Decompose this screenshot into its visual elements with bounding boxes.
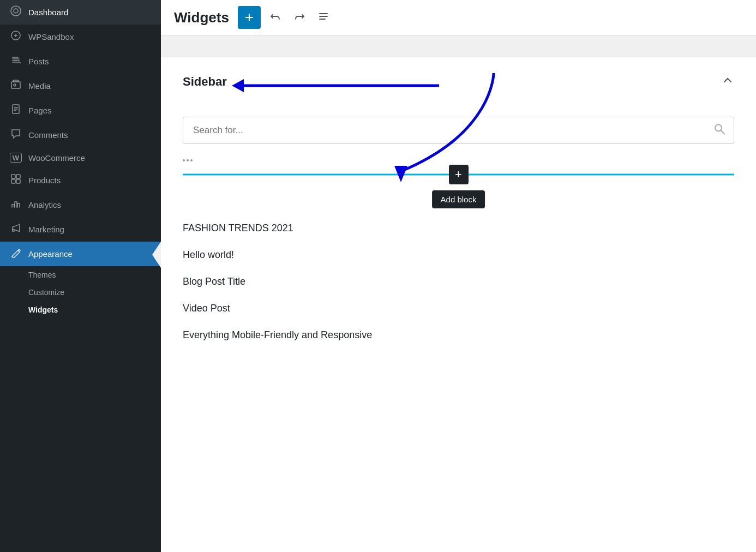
- search-icon: [713, 123, 725, 138]
- sidebar-item-label-marketing: Marketing: [28, 225, 64, 234]
- sidebar-sub-label-widgets: Widgets: [28, 305, 58, 314]
- menu-button[interactable]: [314, 8, 333, 27]
- sidebar-item-posts[interactable]: Posts: [0, 49, 161, 74]
- redo-button[interactable]: [290, 8, 309, 27]
- sidebar-item-appearance[interactable]: Appearance: [0, 242, 161, 266]
- post-item-4: Everything Mobile-Friendly and Responsiv…: [183, 322, 734, 349]
- undo-button[interactable]: [266, 8, 285, 27]
- post-item-2: Blog Post Title: [183, 268, 734, 295]
- sidebar-item-pages[interactable]: Pages: [0, 98, 161, 123]
- svg-rect-4: [13, 80, 19, 82]
- svg-point-0: [11, 6, 21, 16]
- sidebar-item-label-wpsandbox: WPSandbox: [28, 32, 74, 41]
- main-content: Widgets + Sidebar: [161, 0, 756, 552]
- sidebar-sub-item-customize[interactable]: Customize: [0, 284, 161, 301]
- add-block-row: + Add block: [183, 165, 734, 184]
- sidebar-item-dashboard[interactable]: Dashboard: [0, 0, 161, 25]
- chevron-up-icon[interactable]: [721, 74, 734, 89]
- posts-icon: [10, 55, 22, 68]
- sidebar-item-label-dashboard: Dashboard: [28, 8, 68, 17]
- drag-handle: [183, 159, 193, 161]
- sidebar-section-header: Sidebar: [183, 74, 734, 89]
- svg-point-13: [715, 125, 722, 131]
- add-block-section: + Add block: [183, 155, 734, 199]
- post-item-3: Video Post: [183, 295, 734, 322]
- sidebar-item-products[interactable]: Products: [0, 168, 161, 193]
- plus-icon-add-block: +: [455, 169, 462, 181]
- svg-point-5: [14, 84, 16, 86]
- dot: [187, 159, 189, 161]
- pages-icon: [10, 104, 22, 117]
- top-toolbar: Widgets +: [161, 0, 756, 35]
- dot: [183, 159, 185, 161]
- sidebar-item-label-appearance: Appearance: [28, 249, 73, 259]
- add-block-toolbar-button[interactable]: +: [238, 6, 261, 29]
- post-list: FASHION TRENDS 2021 Hello world! Blog Po…: [183, 215, 734, 349]
- sidebar: Dashboard WPSandbox Posts: [0, 0, 161, 552]
- sidebar-item-analytics[interactable]: Analytics: [0, 193, 161, 217]
- plus-icon: +: [245, 10, 254, 25]
- appearance-icon: [10, 247, 22, 261]
- gray-bar: [161, 35, 756, 57]
- svg-rect-9: [11, 179, 15, 183]
- sidebar-item-comments[interactable]: Comments: [0, 123, 161, 147]
- search-box-wrapper: [183, 117, 734, 144]
- sidebar-item-label-analytics: Analytics: [28, 200, 61, 209]
- sidebar-item-label-woocommerce: WooCommerce: [28, 153, 85, 163]
- dashboard-icon: [10, 5, 22, 19]
- svg-rect-7: [11, 175, 15, 178]
- sidebar-item-label-media: Media: [28, 81, 51, 91]
- page-title: Widgets: [174, 9, 229, 26]
- products-icon: [10, 173, 22, 187]
- post-item-1: Hello world!: [183, 242, 734, 268]
- sidebar-item-label-posts: Posts: [28, 57, 49, 66]
- sidebar-sub-item-themes[interactable]: Themes: [0, 266, 161, 284]
- svg-rect-10: [16, 179, 20, 183]
- woocommerce-icon: W: [10, 153, 22, 163]
- sidebar-item-media[interactable]: Media: [0, 74, 161, 98]
- sidebar-item-woocommerce[interactable]: W WooCommerce: [0, 147, 161, 168]
- sidebar-item-label-products: Products: [28, 176, 61, 185]
- add-block-tooltip-text: Add block: [441, 195, 477, 204]
- search-input[interactable]: [183, 117, 734, 144]
- sidebar-sub-item-widgets[interactable]: Widgets: [0, 301, 161, 319]
- sidebar-section-title: Sidebar: [183, 75, 227, 89]
- wpsandbox-icon: [10, 30, 22, 44]
- marketing-icon: [10, 223, 22, 236]
- add-block-button[interactable]: +: [449, 165, 469, 184]
- svg-rect-8: [16, 175, 20, 178]
- sidebar-sub-label-themes: Themes: [28, 271, 56, 279]
- sidebar-item-marketing[interactable]: Marketing: [0, 217, 161, 242]
- add-block-tooltip: Add block: [432, 190, 485, 208]
- content-area: Sidebar: [161, 57, 756, 552]
- post-item-0: FASHION TRENDS 2021: [183, 215, 734, 242]
- sidebar-item-label-comments: Comments: [28, 130, 68, 140]
- comments-icon: [10, 128, 22, 142]
- analytics-icon: [10, 198, 22, 212]
- dot: [190, 159, 193, 161]
- sidebar-item-label-pages: Pages: [28, 106, 52, 115]
- sidebar-item-wpsandbox[interactable]: WPSandbox: [0, 25, 161, 49]
- media-icon: [10, 79, 22, 93]
- svg-point-1: [14, 9, 18, 13]
- sidebar-sub-label-customize: Customize: [28, 288, 64, 297]
